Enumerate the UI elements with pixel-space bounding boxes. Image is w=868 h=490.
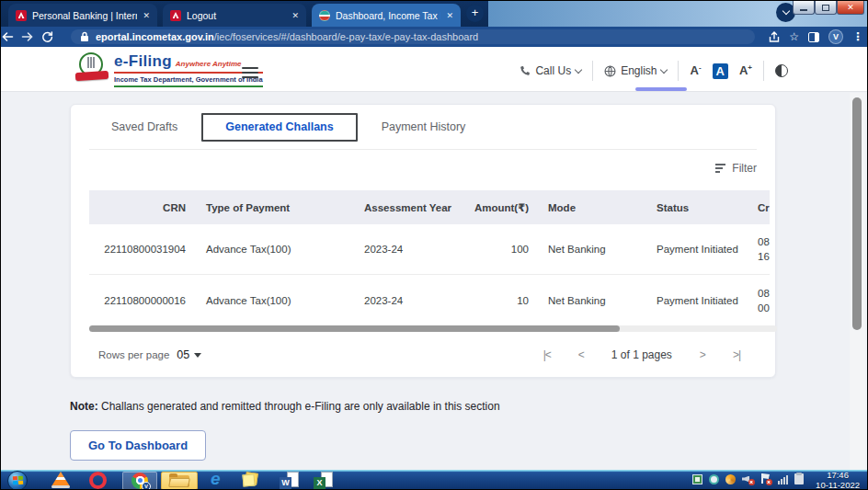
browser-tab-dashboard-active[interactable]: Dashboard, Income Tax Portal, G ✕ <box>312 4 461 27</box>
taskbar-excel-icon[interactable]: X <box>314 472 334 489</box>
first-page-button[interactable]: |< <box>543 348 551 361</box>
cell-mode: Net Banking <box>548 244 637 255</box>
tray-swirl-icon[interactable] <box>725 474 736 484</box>
taskbar-sticky-notes-icon[interactable] <box>243 473 257 487</box>
browser-menu-kebab-icon[interactable]: ⋮ <box>852 30 863 43</box>
rows-per-page: Rows per page 05 <box>98 348 201 361</box>
taskbar-clock[interactable]: 17:46 10-11-2022 <box>816 471 860 490</box>
minimize-button[interactable] <box>793 1 815 15</box>
call-us-dropdown[interactable]: Call Us <box>520 64 581 77</box>
challans-table: CRN Type of Payment Assessment Year Amou… <box>89 190 770 325</box>
tab-saved-drafts[interactable]: Saved Drafts <box>89 120 200 133</box>
tab-close-icon[interactable]: ✕ <box>291 11 299 20</box>
taskbar-explorer-button-active[interactable] <box>161 472 198 490</box>
previous-page-button[interactable]: < <box>578 348 584 361</box>
last-page-button[interactable]: >| <box>733 348 740 361</box>
font-size-increase-button[interactable]: A+ <box>739 63 752 77</box>
vertical-scrollbar-thumb[interactable] <box>852 97 862 330</box>
bank-favicon <box>170 10 181 21</box>
refresh-button[interactable] <box>41 31 62 43</box>
filter-icon <box>715 162 725 175</box>
volume-muted-icon[interactable] <box>742 474 754 484</box>
language-label: English <box>621 64 657 77</box>
tab-generated-challans[interactable]: Generated Challans <box>203 120 355 133</box>
tray-ring-icon[interactable] <box>709 474 719 484</box>
page-vertical-scrollbar[interactable] <box>850 93 865 470</box>
cell-assessment-year: 2023-24 <box>364 244 470 255</box>
cell-type-of-payment: Advance Tax(100) <box>206 295 344 306</box>
tray-app-icon[interactable] <box>692 474 702 484</box>
network-signal-icon[interactable] <box>778 474 788 484</box>
tab-payment-history[interactable]: Payment History <box>360 120 488 133</box>
dark-mode-contrast-toggle[interactable] <box>775 64 788 77</box>
lock-icon <box>80 31 89 42</box>
filter-button[interactable]: Filter <box>715 162 757 175</box>
browser-tab-logout[interactable]: Logout ✕ <box>163 4 306 27</box>
action-center-flag-icon[interactable] <box>760 473 771 484</box>
cell-amount: 100 <box>470 244 529 255</box>
efiling-logo[interactable]: e-Filing Anywhere Anytime Income Tax Dep… <box>77 52 263 87</box>
taskbar-chrome-button-active[interactable]: V <box>122 472 157 490</box>
col-created-clipped: Cr <box>758 200 770 215</box>
maximize-icon <box>822 5 829 11</box>
maximize-button[interactable] <box>815 1 837 15</box>
taskbar-opera-icon[interactable] <box>89 472 107 489</box>
share-icon[interactable] <box>769 31 780 43</box>
horizontal-scrollbar-thumb[interactable] <box>89 325 620 332</box>
tab-title: Dashboard, Income Tax Portal, G <box>336 10 440 21</box>
go-to-dashboard-button[interactable]: Go To Dashboard <box>70 430 206 461</box>
tab-title: Personal Banking | Internet Banki <box>32 10 137 21</box>
note-text: Note: Challans generated and remitted th… <box>70 400 500 413</box>
next-page-button[interactable]: > <box>700 348 705 361</box>
url-text[interactable]: eportal.incometax.gov.in/iec/foservices/… <box>80 27 478 47</box>
tab-close-icon[interactable]: ✕ <box>143 11 150 20</box>
clock-time: 17:46 <box>816 471 860 481</box>
language-dropdown[interactable]: English <box>604 64 667 77</box>
folder-icon <box>169 473 189 487</box>
taskbar-vlc-icon[interactable] <box>51 472 70 488</box>
clock-date: 10-11-2022 <box>816 481 860 490</box>
word-badge: W <box>280 477 291 489</box>
bookmark-star-icon[interactable]: ☆ <box>789 30 799 43</box>
new-tab-button[interactable]: + <box>466 5 484 22</box>
bank-favicon <box>16 10 27 21</box>
divider <box>592 61 593 81</box>
url-domain: eportal.incometax.gov.in <box>96 31 214 42</box>
start-button[interactable] <box>7 471 28 490</box>
cell-status: Payment Initiated <box>657 244 748 255</box>
pagination: |< < 1 of 1 pages > >| <box>543 348 740 361</box>
window-controls: ✕ <box>793 1 864 15</box>
page-content: Saved Drafts Generated Challans Payment … <box>1 92 868 470</box>
browser-tab-personal-banking[interactable]: Personal Banking | Internet Banki ✕ <box>8 4 157 27</box>
rows-per-page-label: Rows per page <box>98 349 169 360</box>
clipboard-tray-icon[interactable] <box>794 473 804 484</box>
cell-amount: 10 <box>470 295 529 306</box>
font-size-decrease-button[interactable]: A- <box>690 63 701 77</box>
phone-icon <box>520 65 531 76</box>
rows-per-page-select[interactable]: 05 <box>177 348 201 361</box>
col-mode: Mode <box>548 202 637 213</box>
side-panel-icon[interactable] <box>808 32 819 42</box>
active-nav-underline <box>635 87 687 91</box>
chrome-icon: V <box>131 473 148 489</box>
brand-title: e-Filing <box>114 52 172 71</box>
forward-button[interactable] <box>21 31 41 42</box>
font-size-normal-button[interactable]: A <box>713 63 728 79</box>
back-button[interactable] <box>1 31 21 42</box>
close-window-button[interactable]: ✕ <box>837 1 864 15</box>
table-row: 22110800000016 Advance Tax(100) 2023-24 … <box>89 275 770 325</box>
tab-close-icon[interactable]: ✕ <box>446 11 453 20</box>
col-type-of-payment: Type of Payment <box>206 202 344 213</box>
taskbar-internet-explorer-icon[interactable]: e <box>211 469 221 489</box>
browser-address-bar: eportal.incometax.gov.in/iec/foservices/… <box>1 27 868 47</box>
excel-badge: X <box>314 477 326 489</box>
screen: Personal Banking | Internet Banki ✕ Logo… <box>0 0 868 490</box>
challans-card: Saved Drafts Generated Challans Payment … <box>70 104 776 378</box>
profile-avatar[interactable]: V <box>828 29 843 44</box>
system-tray <box>692 473 804 484</box>
taskbar-word-icon[interactable]: W <box>280 472 300 489</box>
table-header-row: CRN Type of Payment Assessment Year Amou… <box>89 190 770 224</box>
chevron-down-icon <box>660 65 668 73</box>
hamburger-menu-icon[interactable] <box>242 64 258 81</box>
table-horizontal-scrollbar[interactable] <box>89 325 777 332</box>
